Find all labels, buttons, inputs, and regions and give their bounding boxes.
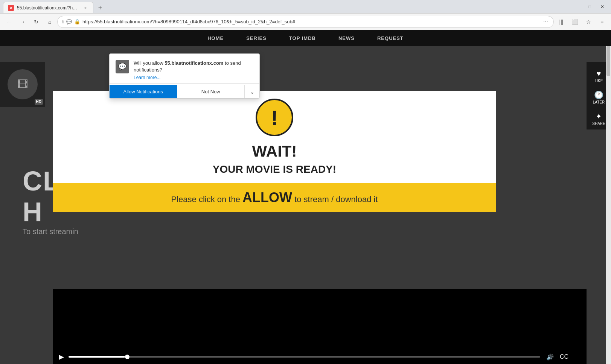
toolbar: ← → ↻ ⌂ ℹ 💬 🔒 ··· ||| ⬜ ☆ ≡	[0, 14, 611, 30]
nav-top-imdb[interactable]: TOP IMDB	[289, 35, 316, 41]
learn-more-link[interactable]: Learn more...	[134, 75, 253, 80]
video-progress-bar[interactable]	[69, 356, 540, 358]
nav-home[interactable]: HOME	[207, 35, 224, 41]
popup-site-name: 55.blastnotificationx.com	[165, 60, 223, 66]
nav-series[interactable]: SERIES	[246, 35, 267, 41]
like-icon: ♥	[597, 69, 601, 78]
share-icon: ✦	[596, 112, 602, 121]
refresh-button[interactable]: ↻	[30, 16, 42, 28]
warning-circle: !	[256, 99, 293, 136]
active-tab[interactable]: B 55.blastnotificationx.com/?h=8... ×	[3, 2, 93, 13]
movie-banner-text: Please click on the ALLOW to stream / do…	[64, 190, 485, 206]
back-button[interactable]: ←	[3, 16, 15, 28]
menu-button[interactable]: ≡	[596, 16, 608, 28]
like-label: LIKE	[595, 79, 603, 83]
fullscreen-button[interactable]: ⛶	[574, 353, 581, 360]
close-window-button[interactable]: ✕	[597, 3, 608, 11]
wait-label: WAIT!	[68, 142, 481, 160]
synced-tabs-button[interactable]: ⬜	[569, 16, 581, 28]
movie-banner: Please click on the ALLOW to stream / do…	[53, 183, 496, 212]
popup-title: Will you allow 55.blastnotificationx.com…	[134, 60, 253, 73]
warning-symbol: !	[271, 105, 278, 130]
hd-icon: 🎞	[8, 69, 38, 99]
address-input[interactable]	[82, 19, 540, 24]
popup-dropdown-button[interactable]: ⌄	[244, 85, 259, 98]
streaming-subtext: To start streamin	[0, 227, 128, 236]
title-bar: B 55.blastnotificationx.com/?h=8... × + …	[0, 0, 611, 14]
address-bar[interactable]: ℹ 💬 🔒 ···	[57, 16, 554, 28]
site-nav: HOME SERIES TOP IMDB NEWS REQUEST	[0, 30, 611, 46]
volume-button[interactable]: 🔊	[546, 353, 554, 361]
later-label: LATER	[593, 100, 605, 104]
movie-popup-body: ! WAIT! YOUR MOVIE IS READY!	[53, 91, 496, 175]
tab-bar: B 55.blastnotificationx.com/?h=8... × +	[3, 0, 571, 13]
banner-allow-word: ALLOW	[242, 190, 292, 205]
share-label: SHARE	[592, 122, 605, 126]
secure-icon: 🔒	[74, 19, 80, 24]
later-icon: 🕐	[594, 90, 603, 99]
tab-favicon: B	[8, 5, 14, 11]
scrollbar[interactable]	[606, 46, 611, 364]
popup-chat-icon: 💬	[116, 60, 129, 73]
notification-popup: 💬 Will you allow 55.blastnotificationx.c…	[109, 53, 260, 99]
home-button[interactable]: ⌂	[44, 16, 56, 28]
forward-button[interactable]: →	[17, 16, 29, 28]
scrollbar-thumb[interactable]	[606, 46, 610, 76]
popup-text: Will you allow 55.blastnotificationx.com…	[134, 60, 253, 80]
more-options-icon[interactable]: ···	[543, 18, 548, 25]
info-icon: ℹ	[62, 19, 64, 24]
nav-request[interactable]: REQUEST	[377, 35, 404, 41]
tab-title: 55.blastnotificationx.com/?h=8...	[17, 5, 79, 11]
cc-button[interactable]: CC	[560, 353, 568, 360]
allow-notifications-button[interactable]: Allow Notifications	[110, 85, 177, 98]
close-tab-button[interactable]: ×	[82, 5, 88, 11]
web-content: HOME SERIES TOP IMDB NEWS REQUEST 🎞 HD	[0, 30, 611, 364]
bookmark-button[interactable]: ☆	[582, 16, 594, 28]
video-progress-fill	[69, 356, 125, 358]
movie-subtitle: YOUR MOVIE IS READY!	[68, 163, 481, 175]
popup-header: 💬 Will you allow 55.blastnotificationx.c…	[110, 54, 259, 83]
browser-frame: B 55.blastnotificationx.com/?h=8... × + …	[0, 0, 611, 364]
video-progress-thumb	[125, 355, 130, 359]
nav-news[interactable]: NEWS	[338, 35, 355, 41]
movie-popup: ! WAIT! YOUR MOVIE IS READY! Please clic…	[53, 91, 496, 212]
library-button[interactable]: |||	[555, 16, 567, 28]
window-controls: — □ ✕	[571, 3, 608, 11]
minimize-button[interactable]: —	[571, 3, 582, 11]
video-controls: ▶ 🔊 CC ⛶	[53, 350, 587, 364]
subtitle-prefix: YOUR MOVIE	[213, 163, 283, 175]
popup-buttons: Allow Notifications Not Now ⌄	[110, 83, 259, 98]
banner-suffix: to stream / download it	[292, 195, 378, 204]
maximize-button[interactable]: □	[584, 3, 595, 11]
bg-content: 🎞 HD CLICK H To start streamin your brow…	[0, 46, 611, 364]
popup-title-prefix: Will you allow	[134, 60, 165, 66]
chat-icon: 💬	[66, 19, 72, 24]
hd-label: HD	[35, 99, 43, 105]
play-button[interactable]: ▶	[59, 353, 64, 361]
toolbar-right: ||| ⬜ ☆ ≡	[555, 16, 608, 28]
banner-prefix: Please click on the	[171, 195, 243, 204]
hd-badge: 🎞 HD	[0, 62, 45, 107]
video-player: ▶ 🔊 CC ⛶	[53, 289, 587, 364]
not-now-button[interactable]: Not Now	[177, 85, 245, 98]
subtitle-bold: IS READY!	[283, 163, 337, 175]
new-tab-button[interactable]: +	[95, 3, 105, 13]
